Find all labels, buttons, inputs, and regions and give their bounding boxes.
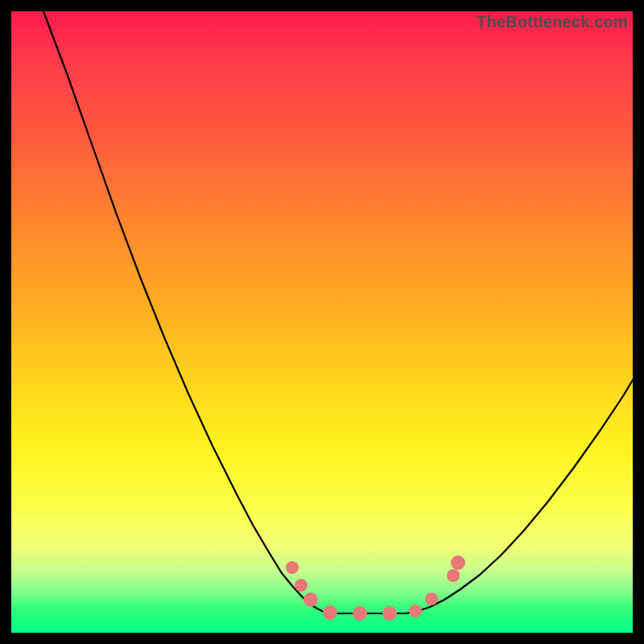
curve-marker [323,605,337,620]
curve-marker [382,606,397,621]
curve-marker [447,569,460,582]
curve-marker [353,606,367,621]
curve-path [43,11,633,613]
curve-marker [409,605,422,617]
curve-markers [286,555,465,621]
curve-marker [295,579,308,592]
curve-marker [425,592,438,605]
bottleneck-curve [43,11,633,613]
curve-marker [303,592,318,607]
curve-marker [451,555,465,570]
chart-frame: TheBottleneck.com [11,11,633,633]
curve-marker [286,561,299,574]
bottleneck-curve-chart [11,11,633,633]
